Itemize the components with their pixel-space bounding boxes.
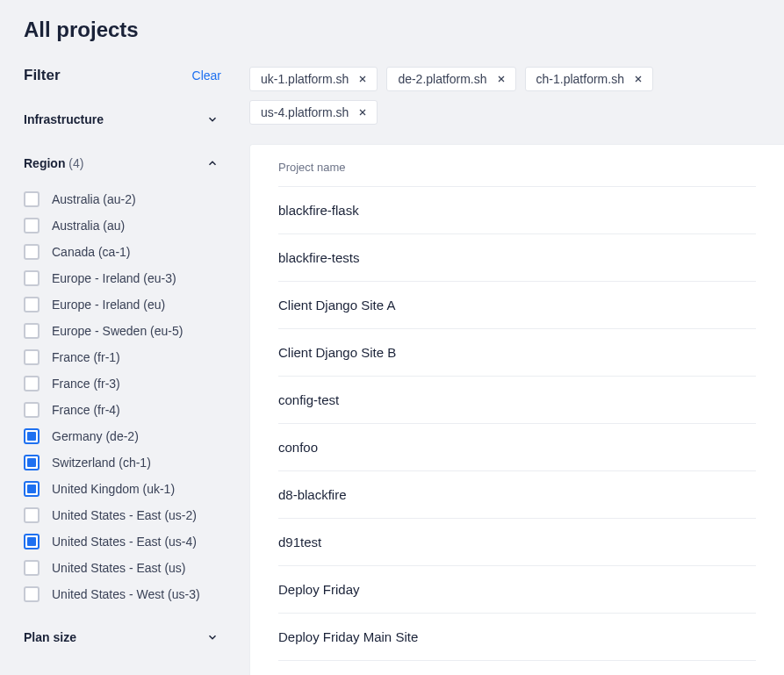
- checkbox[interactable]: [24, 323, 40, 339]
- table-row[interactable]: confoo: [278, 423, 756, 470]
- projects-panel: Project name blackfire-flaskblackfire-te…: [249, 144, 784, 675]
- table-row[interactable]: d8-blackfire: [278, 470, 756, 518]
- filter-option-label: Europe - Ireland (eu-3): [52, 271, 176, 285]
- chip-label: uk-1.platform.sh: [261, 72, 349, 86]
- filter-option-region[interactable]: France (fr-1): [24, 344, 221, 370]
- table-row[interactable]: d91test: [278, 518, 756, 565]
- filter-option-label: France (fr-4): [52, 403, 120, 417]
- checkbox[interactable]: [24, 428, 40, 444]
- filter-chip: de-2.platform.sh: [386, 67, 515, 91]
- table-row[interactable]: blackfire-tests: [278, 233, 756, 281]
- table-column-header: Project name: [250, 145, 784, 186]
- filter-heading: Filter: [24, 67, 61, 84]
- filter-option-region[interactable]: Germany (de-2): [24, 423, 221, 449]
- filter-option-label: France (fr-1): [52, 350, 120, 364]
- filter-section-region[interactable]: Region (4): [24, 149, 221, 177]
- chip-label: us-4.platform.sh: [261, 105, 349, 119]
- chip-label: ch-1.platform.sh: [536, 72, 624, 86]
- filter-option-label: United States - East (us): [52, 561, 186, 575]
- filter-option-region[interactable]: United States - East (us): [24, 555, 221, 581]
- filter-option-label: Europe - Sweden (eu-5): [52, 324, 183, 338]
- table-row[interactable]: Deploy Friday: [278, 565, 756, 613]
- filter-option-label: United Kingdom (uk-1): [52, 482, 175, 496]
- close-icon[interactable]: [356, 72, 370, 86]
- close-icon[interactable]: [631, 72, 645, 86]
- clear-filters-link[interactable]: Clear: [192, 68, 221, 83]
- filter-section-title: Region (4): [24, 156, 83, 170]
- filter-section-plan-size[interactable]: Plan size: [24, 623, 221, 651]
- filter-option-label: Switzerland (ch-1): [52, 456, 151, 470]
- table-row[interactable]: Client Django Site B: [278, 328, 756, 376]
- checkbox[interactable]: [24, 270, 40, 286]
- table-row[interactable]: Client Django Site A: [278, 281, 756, 328]
- filter-option-region[interactable]: Europe - Ireland (eu-3): [24, 265, 221, 291]
- chevron-down-icon: [204, 111, 221, 128]
- filter-option-region[interactable]: France (fr-4): [24, 397, 221, 423]
- checkbox[interactable]: [24, 349, 40, 365]
- filter-option-label: Australia (au): [52, 219, 125, 233]
- filter-chip: ch-1.platform.sh: [525, 67, 653, 91]
- main-content: uk-1.platform.shde-2.platform.shch-1.pla…: [249, 67, 784, 675]
- filter-section-title: Infrastructure: [24, 112, 104, 126]
- close-icon[interactable]: [356, 105, 370, 119]
- filter-option-region[interactable]: United States - West (us-3): [24, 581, 221, 607]
- close-icon[interactable]: [494, 72, 508, 86]
- checkbox[interactable]: [24, 455, 40, 470]
- checkbox[interactable]: [24, 191, 40, 207]
- chevron-down-icon: [204, 628, 221, 646]
- filter-option-label: Canada (ca-1): [52, 245, 131, 259]
- checkbox[interactable]: [24, 297, 40, 312]
- table-row[interactable]: blackfire-flask: [278, 186, 756, 233]
- checkbox[interactable]: [24, 402, 40, 418]
- filter-option-region[interactable]: France (fr-3): [24, 370, 221, 397]
- checkbox[interactable]: [24, 507, 40, 523]
- checkbox[interactable]: [24, 481, 40, 497]
- filter-option-region[interactable]: United Kingdom (uk-1): [24, 476, 221, 502]
- checkbox[interactable]: [24, 560, 40, 576]
- filter-option-region[interactable]: Australia (au): [24, 212, 221, 239]
- filter-count: (4): [68, 156, 83, 170]
- filter-option-label: Europe - Ireland (eu): [52, 298, 165, 312]
- checkbox[interactable]: [24, 244, 40, 260]
- filter-section-title: Plan size: [24, 630, 76, 644]
- filter-option-region[interactable]: United States - East (us-2): [24, 502, 221, 528]
- filter-option-label: United States - East (us-2): [52, 508, 197, 522]
- chevron-up-icon: [204, 154, 221, 172]
- chip-label: de-2.platform.sh: [398, 72, 486, 86]
- checkbox[interactable]: [24, 376, 40, 391]
- filter-sidebar: Filter Clear Infrastructure Region (4): [24, 67, 221, 675]
- filter-option-region[interactable]: Europe - Ireland (eu): [24, 291, 221, 318]
- checkbox[interactable]: [24, 218, 40, 233]
- filter-section-infrastructure[interactable]: Infrastructure: [24, 105, 221, 133]
- filter-option-label: France (fr-3): [52, 377, 120, 391]
- filter-option-region[interactable]: United States - East (us-4): [24, 528, 221, 555]
- page-title: All projects: [24, 0, 784, 67]
- table-row[interactable]: config-test: [278, 376, 756, 423]
- table-row[interactable]: Deploy Friday Main Site: [278, 613, 756, 660]
- filter-option-label: United States - East (us-4): [52, 535, 197, 549]
- filter-option-region[interactable]: Europe - Sweden (eu-5): [24, 318, 221, 344]
- filter-option-region[interactable]: Canada (ca-1): [24, 239, 221, 265]
- filter-option-region[interactable]: Switzerland (ch-1): [24, 449, 221, 476]
- table-row[interactable]: discourse-try: [278, 660, 756, 675]
- filter-chip: us-4.platform.sh: [249, 100, 378, 125]
- filter-option-label: United States - West (us-3): [52, 587, 200, 601]
- filter-option-region[interactable]: Australia (au-2): [24, 186, 221, 212]
- checkbox[interactable]: [24, 586, 40, 602]
- filter-option-label: Germany (de-2): [52, 429, 139, 443]
- checkbox[interactable]: [24, 534, 40, 549]
- filter-chip: uk-1.platform.sh: [249, 67, 378, 91]
- active-filter-chips: uk-1.platform.shde-2.platform.shch-1.pla…: [249, 67, 784, 125]
- filter-option-label: Australia (au-2): [52, 192, 136, 206]
